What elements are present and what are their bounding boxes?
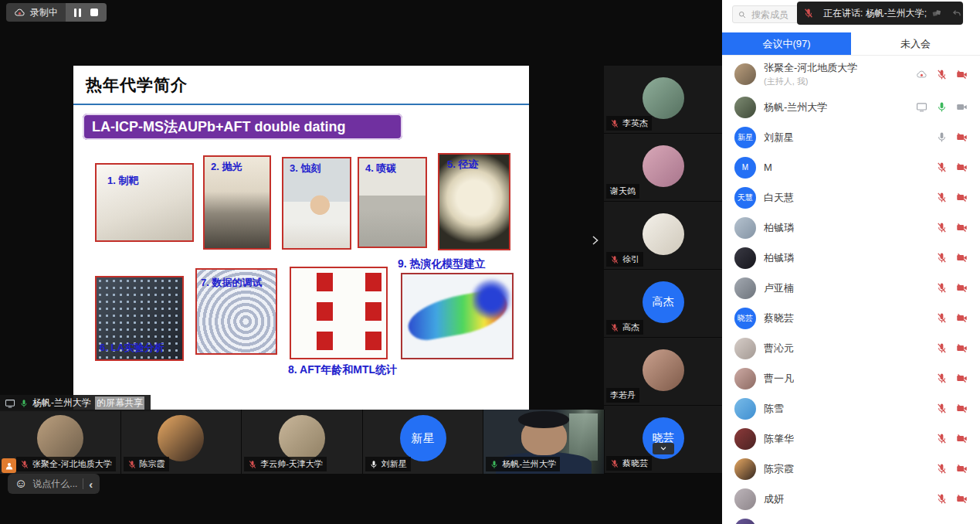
- participant-row[interactable]: 杨帆-兰州大学: [722, 92, 980, 122]
- video-tile[interactable]: 李英杰: [604, 66, 722, 134]
- participant-row[interactable]: 张聚全-河北地质大学(主持人, 我): [722, 56, 980, 92]
- cam-muted-icon[interactable]: [956, 493, 968, 505]
- chat-placeholder[interactable]: 说点什么...: [32, 478, 77, 491]
- video-tile[interactable]: 谢天鸽: [604, 134, 722, 202]
- participant-name: 曹沁元: [764, 342, 794, 356]
- cam-muted-icon[interactable]: [956, 131, 968, 143]
- video-tile[interactable]: 高杰高杰: [604, 270, 722, 338]
- participant-row[interactable]: 晓芸蔡晓芸: [722, 303, 980, 333]
- cam-on-icon[interactable]: [956, 101, 968, 113]
- cam-muted-icon[interactable]: [956, 222, 968, 233]
- search-box[interactable]: [732, 5, 800, 23]
- record-icon[interactable]: [916, 69, 927, 80]
- mic-muted-icon[interactable]: [936, 162, 948, 173]
- video-tile[interactable]: 张聚全-河北地质大学: [0, 410, 121, 474]
- mic-muted-icon[interactable]: [936, 463, 948, 475]
- chevron-left-icon[interactable]: ‹: [89, 478, 93, 490]
- participant-row[interactable]: 曹沁元: [722, 333, 980, 363]
- participant-name: 卢亚楠: [764, 281, 794, 295]
- screen-icon[interactable]: [916, 101, 927, 113]
- recording-status-label: 录制中: [30, 6, 58, 19]
- participant-row[interactable]: 陈肇华: [722, 424, 980, 454]
- mic-muted-icon[interactable]: [936, 282, 948, 294]
- video-strip-bottom: 张聚全-河北地质大学陈宗霞李云帅-天津大学新星刘新星杨帆-兰州大学: [0, 410, 605, 474]
- participant-name: 刘新星: [764, 131, 794, 145]
- slide-photo-step7: 7. 数据的调试: [195, 268, 277, 355]
- mic-muted-icon[interactable]: [936, 312, 948, 324]
- mic-gray-icon[interactable]: [936, 131, 948, 143]
- cam-muted-icon[interactable]: [956, 403, 968, 414]
- video-tile[interactable]: 新星刘新星: [363, 410, 484, 474]
- mic-muted-icon[interactable]: [936, 192, 948, 203]
- tab-not-joined[interactable]: 未入会: [851, 32, 980, 55]
- mic-muted-icon[interactable]: [936, 342, 948, 354]
- participant-row[interactable]: 陈宗霞: [722, 454, 980, 484]
- mic-green-icon[interactable]: [936, 101, 948, 113]
- cam-muted-icon[interactable]: [956, 373, 968, 384]
- participant-name: 曹一凡: [764, 372, 794, 386]
- cam-muted-icon[interactable]: [956, 463, 968, 475]
- smiley-icon[interactable]: ☺: [15, 478, 27, 490]
- participant-name: 陈雪: [764, 402, 784, 416]
- participant-name: 柏铖璘: [764, 251, 794, 265]
- chevron-down-icon[interactable]: [653, 443, 674, 454]
- participant-row[interactable]: 柏铖璘: [722, 243, 980, 273]
- chevron-right-icon[interactable]: [587, 229, 602, 252]
- mic-white-icon: [369, 460, 378, 469]
- cam-muted-icon[interactable]: [956, 252, 968, 264]
- participant-row[interactable]: 陈雪: [722, 393, 980, 424]
- participant-row[interactable]: MM: [722, 152, 980, 182]
- video-tile[interactable]: 杨帆-兰州大学: [483, 410, 605, 474]
- video-tile[interactable]: 李云帅-天津大学: [242, 410, 363, 474]
- participant-name: 成妍: [764, 492, 784, 506]
- participant-row[interactable]: 崔子豪: [722, 514, 980, 524]
- avatar: 新星: [400, 415, 446, 461]
- participant-row[interactable]: 成妍: [722, 484, 980, 514]
- participant-name: 陈宗霞: [764, 462, 794, 476]
- mic-muted-icon[interactable]: [936, 433, 948, 444]
- cam-muted-icon[interactable]: [956, 312, 968, 324]
- participant-row[interactable]: 柏铖璘: [722, 213, 980, 243]
- video-tile[interactable]: 晓芸蔡晓芸: [604, 406, 722, 474]
- tab-in-meeting[interactable]: 会议中(97): [722, 32, 851, 55]
- cam-muted-icon[interactable]: [956, 162, 968, 173]
- participant-row[interactable]: 曹一凡: [722, 363, 980, 393]
- mic-muted-icon[interactable]: [936, 403, 948, 414]
- video-tile[interactable]: 徐引: [604, 202, 722, 270]
- mic-muted-icon[interactable]: [936, 222, 948, 233]
- avatar: M: [734, 157, 756, 179]
- mic-muted-icon[interactable]: [936, 69, 948, 80]
- pause-recording-button[interactable]: [74, 9, 81, 17]
- mic-muted-icon: [610, 119, 619, 128]
- cam-muted-icon[interactable]: [956, 69, 968, 80]
- mic-muted-icon[interactable]: [936, 493, 948, 505]
- participant-row[interactable]: 卢亚楠: [722, 273, 980, 303]
- chat-input-pill[interactable]: ☺ 说点什么... ‹: [8, 474, 100, 494]
- video-tile[interactable]: 陈宗霞: [121, 410, 242, 474]
- avatar: [158, 415, 204, 461]
- video-tile[interactable]: 李若丹: [604, 338, 722, 406]
- participant-name: 陈肇华: [764, 432, 794, 446]
- avatar: [643, 77, 684, 119]
- avatar: [734, 519, 756, 524]
- cam-muted-icon[interactable]: [956, 342, 968, 354]
- step-label: 1. 制靶: [107, 174, 138, 188]
- slide-photo-step5: 5. 径迹: [438, 153, 510, 250]
- participant-row[interactable]: 新星刘新星: [722, 122, 980, 152]
- cam-muted-icon[interactable]: [956, 433, 968, 444]
- mic-muted-icon[interactable]: [936, 252, 948, 264]
- slide-divider-line: [73, 104, 529, 105]
- avatar: [279, 415, 325, 461]
- participant-row[interactable]: 天慧白天慧: [722, 182, 980, 213]
- participant-name: 蔡晓芸: [764, 311, 794, 325]
- cam-muted-icon[interactable]: [956, 282, 968, 294]
- stop-recording-button[interactable]: [90, 9, 98, 16]
- undo-icon[interactable]: [951, 8, 962, 19]
- windows-icon[interactable]: [931, 8, 942, 19]
- step-caption: 9. 热演化模型建立: [398, 257, 486, 271]
- mic-muted-icon: [610, 459, 619, 468]
- mic-green-icon: [19, 399, 29, 408]
- mic-muted-icon[interactable]: [936, 373, 948, 384]
- search-input[interactable]: [750, 9, 795, 21]
- cam-muted-icon[interactable]: [956, 192, 968, 203]
